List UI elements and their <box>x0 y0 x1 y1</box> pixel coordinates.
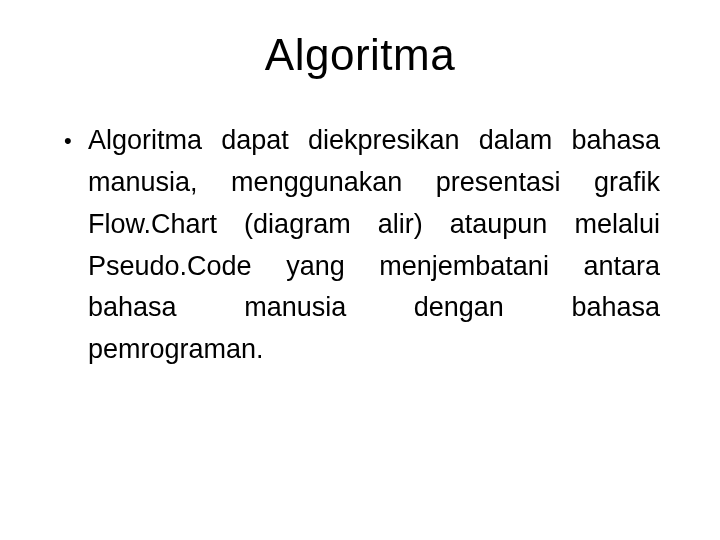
bullet-item: Algoritma dapat diekpresikan dalam bahas… <box>88 120 660 371</box>
slide: Algoritma Algoritma dapat diekpresikan d… <box>0 0 720 540</box>
slide-body: Algoritma dapat diekpresikan dalam bahas… <box>60 120 660 371</box>
slide-title: Algoritma <box>60 30 660 80</box>
bullet-list: Algoritma dapat diekpresikan dalam bahas… <box>60 120 660 371</box>
